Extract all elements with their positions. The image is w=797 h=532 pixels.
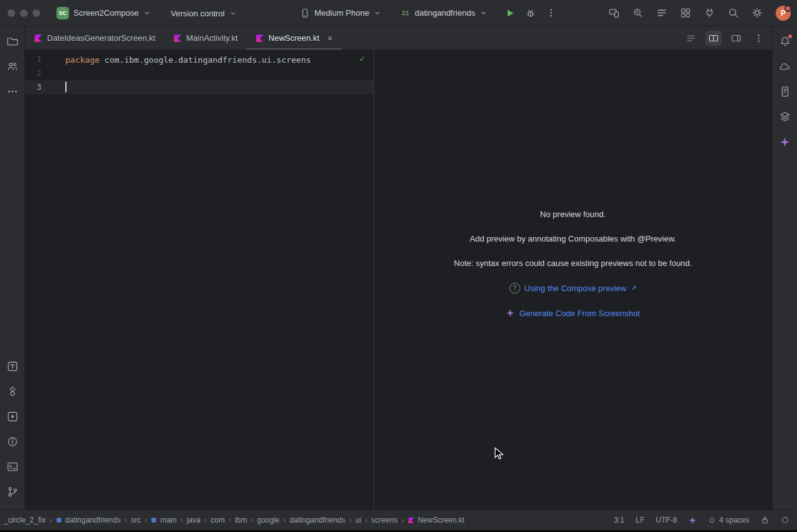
close-button[interactable] <box>8 9 15 17</box>
module-icon <box>56 517 62 523</box>
build-variants-icon[interactable] <box>776 108 794 125</box>
breadcrumb-item[interactable]: java <box>186 516 200 524</box>
kotlin-file-icon <box>173 34 182 43</box>
line-number: 3 <box>25 83 41 92</box>
breadcrumb-item[interactable]: ui <box>355 516 361 524</box>
zoom-button[interactable] <box>33 9 40 17</box>
statusbar-widgets: 3:1 LF UTF-8 4 spaces <box>614 516 789 524</box>
keyword-token: package <box>65 55 100 65</box>
help-icon: ? <box>510 283 520 294</box>
help-link-text: Using the Compose preview <box>525 284 627 293</box>
code-editor[interactable]: 1 package com.ibm.google.datingandfriend… <box>25 50 374 509</box>
problems-icon[interactable] <box>4 433 21 450</box>
tab-label: MainActivity.kt <box>186 33 238 43</box>
breadcrumb-separator: › <box>228 516 231 524</box>
right-tool-stripe <box>772 26 797 509</box>
gemini-icon[interactable] <box>776 133 794 151</box>
text-caret <box>65 82 67 92</box>
editor-options-kebab[interactable] <box>751 31 767 46</box>
android-icon <box>400 8 410 18</box>
terminal-icon[interactable] <box>4 458 21 476</box>
status-circle-icon[interactable] <box>781 516 789 524</box>
compose-preview-help-link[interactable]: ? Using the Compose preview ↗ <box>510 283 637 294</box>
resource-manager-icon[interactable] <box>4 383 21 400</box>
breadcrumb-item[interactable]: ibm <box>235 516 247 524</box>
plugins-icon[interactable] <box>704 8 715 18</box>
more-tool-windows-icon[interactable] <box>4 83 21 100</box>
breadcrumb-separator: › <box>365 516 368 524</box>
device-explorer-icon[interactable] <box>776 83 794 100</box>
content-row: DateIdeasGeneratorScreen.kt MainActivity… <box>0 26 797 509</box>
tab-mainactivity[interactable]: MainActivity.kt <box>164 26 247 50</box>
preview-message-block: No preview found. Add preview by annotat… <box>454 210 692 318</box>
kotlin-file-icon <box>408 517 415 524</box>
notification-dot <box>788 35 792 38</box>
run-configuration-selector[interactable]: datingandfriends <box>400 8 488 18</box>
project-widget[interactable]: SC Screen2Compose <box>56 7 151 19</box>
minimize-button[interactable] <box>20 9 28 17</box>
version-control-icon[interactable] <box>4 483 21 501</box>
chevron-down-icon <box>229 9 237 17</box>
generate-link-text: Generate Code From Screenshot <box>519 309 639 318</box>
search-everywhere-icon[interactable] <box>728 8 739 18</box>
breadcrumb-item[interactable]: datingandfriends <box>56 516 121 524</box>
running-devices-icon[interactable] <box>609 8 619 18</box>
breadcrumb-item[interactable]: datingandfriends <box>290 516 346 524</box>
debug-button[interactable] <box>525 8 536 18</box>
tab-bar: DateIdeasGeneratorScreen.kt MainActivity… <box>25 26 772 50</box>
split-editor-icon[interactable] <box>705 31 722 46</box>
compose-preview-panel: No preview found. Add preview by annotat… <box>374 50 772 509</box>
app-insights-icon[interactable] <box>4 408 21 425</box>
editor-area: DateIdeasGeneratorScreen.kt MainActivity… <box>25 26 772 509</box>
find-icon[interactable] <box>633 8 643 18</box>
device-selector[interactable]: Medium Phone <box>300 8 382 18</box>
breadcrumb-separator: › <box>180 516 183 524</box>
indent-widget[interactable]: 4 spaces <box>708 516 749 524</box>
breadcrumb-separator: › <box>250 516 253 524</box>
editor-view-controls <box>683 26 767 50</box>
task-list-icon[interactable] <box>656 8 667 18</box>
version-control-widget[interactable]: Version control <box>171 8 237 18</box>
line-number: 2 <box>25 69 41 78</box>
tab-label: DateIdeasGeneratorScreen.kt <box>47 33 156 43</box>
line-separator-widget[interactable]: LF <box>636 516 645 524</box>
run-button[interactable] <box>505 8 515 18</box>
breadcrumb-item-file[interactable]: NewScreen.kt <box>408 516 465 524</box>
inspections-ok-icon[interactable]: ✓ <box>359 54 366 63</box>
users-icon[interactable] <box>4 58 21 75</box>
project-icon[interactable] <box>4 33 21 50</box>
ai-spark-icon[interactable] <box>688 516 697 524</box>
tab-dateideasgeneratorscreen[interactable]: DateIdeasGeneratorScreen.kt <box>25 26 164 50</box>
settings-icon[interactable] <box>752 8 762 18</box>
left-tool-stripe <box>0 26 25 509</box>
breadcrumb-item[interactable]: _circle_2_fix <box>4 516 46 524</box>
phone-icon <box>300 8 310 18</box>
tab-close-button[interactable]: × <box>328 34 333 43</box>
breadcrumb-item[interactable]: main <box>151 516 176 524</box>
code-line-2: 2 <box>25 66 373 80</box>
encoding-widget[interactable]: UTF-8 <box>656 516 677 524</box>
version-control-label: Version control <box>171 8 225 18</box>
breadcrumb-separator: › <box>144 516 147 524</box>
run-config-name: datingandfriends <box>415 8 475 18</box>
gradle-icon[interactable] <box>776 58 794 75</box>
breadcrumb-item[interactable]: com <box>210 516 225 524</box>
device-manager-icon[interactable] <box>680 8 691 18</box>
preview-layout-icon[interactable] <box>728 31 744 46</box>
breadcrumb-item[interactable]: src <box>131 516 141 524</box>
breadcrumb-item[interactable]: screens <box>372 516 398 524</box>
breadcrumb-item[interactable]: google <box>257 516 279 524</box>
project-name: Screen2Compose <box>73 8 139 18</box>
more-actions-kebab[interactable] <box>546 8 556 18</box>
generate-code-link[interactable]: Generate Code From Screenshot <box>506 309 639 318</box>
tab-newscreen[interactable]: NewScreen.kt × <box>247 26 341 50</box>
notifications-icon[interactable] <box>776 33 794 50</box>
ui-tools-icon[interactable] <box>4 358 21 375</box>
breadcrumb-separator: › <box>124 516 127 524</box>
write-access-icon[interactable] <box>761 516 769 524</box>
caret-position-widget[interactable]: 3:1 <box>614 516 624 524</box>
editor-list-icon[interactable] <box>683 31 699 46</box>
avatar[interactable]: P <box>776 6 791 21</box>
status-bar: _circle_2_fix › datingandfriends › src ›… <box>0 509 797 530</box>
no-preview-message: No preview found. <box>540 210 606 219</box>
